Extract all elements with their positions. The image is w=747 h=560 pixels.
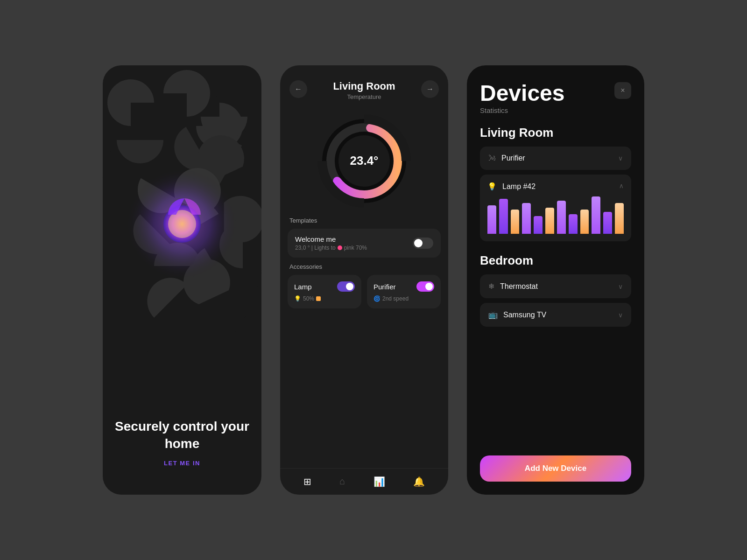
- bar-chart-container: [487, 196, 624, 234]
- add-device-section: Add New Device: [480, 448, 631, 482]
- close-button[interactable]: ×: [614, 82, 631, 99]
- bar-item: [569, 196, 578, 234]
- samsung-tv-chevron-icon: ∨: [618, 311, 623, 319]
- living-room-title: Living Room: [480, 126, 631, 140]
- devices-header: Devices Statistics ×: [480, 82, 631, 114]
- purifier-device-row[interactable]: 🌬 Purifier ∨: [480, 147, 631, 170]
- bar-item: [499, 196, 508, 234]
- bar-item: [580, 196, 589, 234]
- decorative-art: [103, 65, 261, 383]
- bulb-device-icon: 💡: [487, 182, 497, 191]
- living-room-header: ← → Living Room Temperature: [280, 65, 448, 110]
- fan-device-icon: 🌬: [488, 154, 496, 162]
- temperature-gauge: 23.4°: [280, 110, 448, 217]
- samsung-tv-row-left: 📺 Samsung TV: [488, 310, 546, 319]
- yellow-color-icon: [316, 296, 321, 301]
- statistics-subtitle: Statistics: [480, 106, 564, 114]
- bar: [545, 208, 554, 234]
- pink-dot-icon: [338, 245, 342, 250]
- bar-item: [487, 196, 496, 234]
- thermostat-row-left: ❄ Thermostat: [488, 282, 538, 291]
- welcome-text: Securely control your home LET ME IN: [103, 418, 261, 467]
- home-nav-icon[interactable]: ⌂: [339, 476, 345, 487]
- panel-welcome: Securely control your home LET ME IN: [103, 65, 261, 495]
- panel-living-room: ← → Living Room Temperature: [280, 65, 448, 495]
- lamp-card[interactable]: Lamp 💡 50%: [288, 275, 361, 308]
- bar-item: [557, 196, 566, 234]
- bar: [534, 216, 543, 234]
- template-desc: 23,0 ° | Lights to pink 70%: [295, 245, 367, 251]
- svg-text:23.4°: 23.4°: [350, 154, 378, 168]
- tv-device-icon: 📺: [488, 310, 498, 319]
- lamp-device-name: Lamp #42: [502, 182, 536, 191]
- bar-item: [603, 196, 612, 234]
- nav-forward-button[interactable]: →: [421, 80, 439, 98]
- template-title: Welcome me: [295, 235, 367, 243]
- nav-back-button[interactable]: ←: [289, 80, 307, 98]
- purifier-name: Purifier: [374, 283, 396, 291]
- lamp-expanded-card[interactable]: 💡 Lamp #42 ∨: [480, 175, 631, 241]
- thermostat-device-name: Thermostat: [500, 282, 538, 291]
- samsung-tv-device-name: Samsung TV: [503, 311, 546, 319]
- welcome-title: Securely control your home: [103, 418, 261, 452]
- lamp-row-left: 💡 Lamp #42: [487, 182, 536, 191]
- devices-title-block: Devices Statistics: [480, 82, 564, 114]
- grid-nav-icon[interactable]: ⊞: [303, 476, 311, 487]
- lamp-row: 💡 Lamp #42 ∨: [487, 182, 624, 191]
- thermostat-device-row[interactable]: ❄ Thermostat ∨: [480, 274, 631, 298]
- template-info: Welcome me 23,0 ° | Lights to pink 70%: [295, 235, 367, 251]
- bar: [557, 201, 566, 234]
- purifier-toggle[interactable]: [416, 281, 434, 292]
- purifier-header: Purifier: [374, 281, 434, 292]
- let-me-in-button[interactable]: LET ME IN: [103, 460, 261, 467]
- lamp-name: Lamp: [294, 283, 312, 291]
- devices-title: Devices: [480, 82, 564, 105]
- bar: [569, 214, 578, 234]
- purifier-card[interactable]: Purifier 🌀 2nd speed: [367, 275, 441, 308]
- purifier-detail: 🌀 2nd speed: [374, 295, 434, 302]
- devices-content: Living Room 🌬 Purifier ∨ 💡 Lamp #42 ∨: [480, 126, 631, 448]
- bar-item: [534, 196, 543, 234]
- thermostat-chevron-icon: ∨: [618, 283, 623, 290]
- accessories-label: Accessories: [280, 263, 448, 270]
- template-card[interactable]: Welcome me 23,0 ° | Lights to pink 70%: [288, 229, 441, 258]
- gauge-svg: 23.4°: [317, 114, 411, 208]
- bar: [615, 203, 624, 234]
- bar-item: [615, 196, 624, 234]
- purifier-row-left: 🌬 Purifier: [488, 154, 525, 162]
- bar: [603, 212, 612, 234]
- bedroom-section: Bedroom ❄ Thermostat ∨ 📺 Samsung TV ∨: [480, 253, 631, 331]
- bar-item: [522, 196, 531, 234]
- room-navigation: ← →: [280, 80, 448, 98]
- add-new-device-button[interactable]: Add New Device: [480, 455, 631, 482]
- accessories-row: Lamp 💡 50% Purifier 🌀 2nd speed: [288, 275, 441, 308]
- bar: [499, 199, 508, 234]
- bar: [522, 203, 531, 234]
- fan-icon: 🌀: [374, 295, 381, 302]
- lamp-header: Lamp: [294, 281, 355, 292]
- bulb-icon: 💡: [294, 295, 301, 302]
- bar: [511, 210, 520, 234]
- gauge-wrap: 23.4°: [317, 114, 411, 208]
- purifier-chevron-icon: ∨: [618, 154, 623, 162]
- bar: [592, 196, 600, 234]
- bar-item: [592, 196, 600, 234]
- bell-nav-icon[interactable]: 🔔: [413, 476, 425, 487]
- snowflake-device-icon: ❄: [488, 282, 494, 291]
- chart-nav-icon[interactable]: 📊: [374, 476, 385, 487]
- lamp-detail: 💡 50%: [294, 295, 355, 302]
- bedroom-title: Bedroom: [480, 253, 631, 268]
- panel-devices-stats: Devices Statistics × Living Room 🌬 Purif…: [467, 65, 644, 495]
- bar-item: [511, 196, 520, 234]
- bar: [487, 205, 496, 234]
- bottom-nav: ⊞ ⌂ 📊 🔔: [280, 468, 448, 495]
- bar-item: [545, 196, 554, 234]
- purifier-device-name: Purifier: [501, 154, 525, 162]
- samsung-tv-device-row[interactable]: 📺 Samsung TV ∨: [480, 303, 631, 327]
- bar: [580, 210, 589, 234]
- lamp-chevron-icon: ∨: [619, 183, 624, 190]
- lamp-toggle[interactable]: [337, 281, 355, 292]
- template-toggle[interactable]: [413, 238, 433, 249]
- templates-label: Templates: [280, 217, 448, 224]
